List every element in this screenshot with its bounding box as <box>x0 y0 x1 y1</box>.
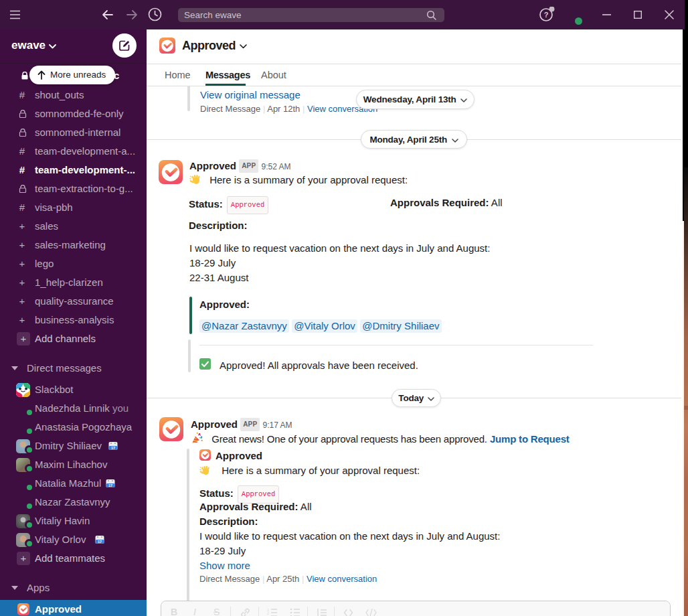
svg-text:17: 17 <box>98 540 102 544</box>
svg-text:?: ? <box>544 11 549 19</box>
svg-text:17: 17 <box>111 446 115 450</box>
svg-text:17: 17 <box>108 483 112 487</box>
svg-text:2: 2 <box>267 611 269 615</box>
